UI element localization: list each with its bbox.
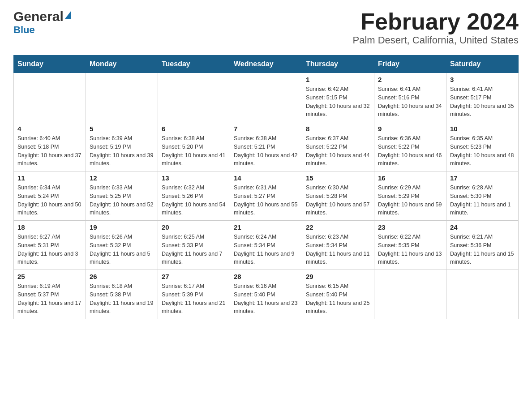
day-number: 29	[306, 273, 370, 280]
logo: General Blue	[13, 9, 71, 36]
calendar-table: SundayMondayTuesdayWednesdayThursdayFrid…	[13, 55, 519, 319]
calendar-cell: 13Sunrise: 6:32 AM Sunset: 5:26 PM Dayli…	[158, 171, 230, 221]
calendar-week-5: 25Sunrise: 6:19 AM Sunset: 5:37 PM Dayli…	[14, 270, 519, 319]
day-number: 20	[162, 223, 226, 231]
calendar-cell: 9Sunrise: 6:36 AM Sunset: 5:22 PM Daylig…	[374, 122, 446, 171]
day-info: Sunrise: 6:16 AM Sunset: 5:40 PM Dayligh…	[234, 282, 298, 316]
day-info: Sunrise: 6:15 AM Sunset: 5:40 PM Dayligh…	[306, 282, 370, 316]
calendar-week-4: 18Sunrise: 6:27 AM Sunset: 5:31 PM Dayli…	[14, 221, 519, 270]
day-number: 10	[450, 125, 515, 133]
calendar-cell: 27Sunrise: 6:17 AM Sunset: 5:39 PM Dayli…	[158, 270, 230, 319]
day-number: 17	[450, 174, 515, 182]
page-header: General Blue February 2024 Palm Desert, …	[13, 9, 519, 46]
calendar-week-3: 11Sunrise: 6:34 AM Sunset: 5:24 PM Dayli…	[14, 171, 519, 221]
day-info: Sunrise: 6:38 AM Sunset: 5:20 PM Dayligh…	[162, 134, 226, 168]
day-info: Sunrise: 6:24 AM Sunset: 5:34 PM Dayligh…	[234, 233, 298, 266]
day-number: 15	[306, 174, 370, 182]
weekday-header-sunday: Sunday	[14, 56, 86, 73]
calendar-cell: 17Sunrise: 6:28 AM Sunset: 5:30 PM Dayli…	[446, 171, 519, 221]
month-title: February 2024	[353, 9, 519, 34]
day-info: Sunrise: 6:40 AM Sunset: 5:18 PM Dayligh…	[17, 134, 82, 168]
day-info: Sunrise: 6:37 AM Sunset: 5:22 PM Dayligh…	[306, 134, 370, 168]
day-info: Sunrise: 6:42 AM Sunset: 5:15 PM Dayligh…	[306, 85, 370, 119]
day-info: Sunrise: 6:34 AM Sunset: 5:24 PM Dayligh…	[17, 184, 82, 217]
calendar-cell: 12Sunrise: 6:33 AM Sunset: 5:25 PM Dayli…	[86, 171, 158, 221]
calendar-cell: 23Sunrise: 6:22 AM Sunset: 5:35 PM Dayli…	[374, 221, 446, 270]
weekday-header-monday: Monday	[86, 56, 158, 73]
day-number: 4	[17, 125, 82, 133]
day-number: 22	[306, 223, 370, 231]
weekday-header-wednesday: Wednesday	[230, 56, 302, 73]
logo-general-text: General	[13, 9, 64, 24]
calendar-week-1: 1Sunrise: 6:42 AM Sunset: 5:15 PM Daylig…	[14, 73, 519, 122]
calendar-cell: 26Sunrise: 6:18 AM Sunset: 5:38 PM Dayli…	[86, 270, 158, 319]
calendar-cell: 29Sunrise: 6:15 AM Sunset: 5:40 PM Dayli…	[302, 270, 374, 319]
day-info: Sunrise: 6:29 AM Sunset: 5:29 PM Dayligh…	[378, 184, 442, 217]
day-info: Sunrise: 6:32 AM Sunset: 5:26 PM Dayligh…	[162, 184, 226, 217]
day-number: 5	[90, 125, 154, 133]
calendar-cell: 7Sunrise: 6:38 AM Sunset: 5:21 PM Daylig…	[230, 122, 302, 171]
weekday-header-row: SundayMondayTuesdayWednesdayThursdayFrid…	[14, 56, 519, 73]
day-info: Sunrise: 6:28 AM Sunset: 5:30 PM Dayligh…	[450, 184, 515, 217]
day-info: Sunrise: 6:21 AM Sunset: 5:36 PM Dayligh…	[450, 233, 515, 266]
calendar-cell: 20Sunrise: 6:25 AM Sunset: 5:33 PM Dayli…	[158, 221, 230, 270]
calendar-cell	[230, 73, 302, 122]
day-number: 6	[162, 125, 226, 133]
calendar-cell: 8Sunrise: 6:37 AM Sunset: 5:22 PM Daylig…	[302, 122, 374, 171]
day-info: Sunrise: 6:33 AM Sunset: 5:25 PM Dayligh…	[90, 184, 154, 217]
day-info: Sunrise: 6:41 AM Sunset: 5:16 PM Dayligh…	[378, 85, 442, 119]
calendar-cell: 1Sunrise: 6:42 AM Sunset: 5:15 PM Daylig…	[302, 73, 374, 122]
calendar-cell: 25Sunrise: 6:19 AM Sunset: 5:37 PM Dayli…	[14, 270, 86, 319]
day-number: 12	[90, 174, 154, 182]
calendar-cell	[14, 73, 86, 122]
day-info: Sunrise: 6:35 AM Sunset: 5:23 PM Dayligh…	[450, 134, 515, 168]
day-number: 3	[450, 76, 515, 83]
day-number: 24	[450, 223, 515, 231]
weekday-header-thursday: Thursday	[302, 56, 374, 73]
calendar-cell: 16Sunrise: 6:29 AM Sunset: 5:29 PM Dayli…	[374, 171, 446, 221]
day-number: 16	[378, 174, 442, 182]
calendar-cell: 18Sunrise: 6:27 AM Sunset: 5:31 PM Dayli…	[14, 221, 86, 270]
day-info: Sunrise: 6:22 AM Sunset: 5:35 PM Dayligh…	[378, 233, 442, 266]
day-info: Sunrise: 6:26 AM Sunset: 5:32 PM Dayligh…	[90, 233, 154, 266]
calendar-cell: 19Sunrise: 6:26 AM Sunset: 5:32 PM Dayli…	[86, 221, 158, 270]
calendar-cell: 10Sunrise: 6:35 AM Sunset: 5:23 PM Dayli…	[446, 122, 519, 171]
day-info: Sunrise: 6:17 AM Sunset: 5:39 PM Dayligh…	[162, 282, 226, 316]
day-number: 23	[378, 223, 442, 231]
day-info: Sunrise: 6:18 AM Sunset: 5:38 PM Dayligh…	[90, 282, 154, 316]
day-number: 14	[234, 174, 298, 182]
calendar-cell: 24Sunrise: 6:21 AM Sunset: 5:36 PM Dayli…	[446, 221, 519, 270]
calendar-cell: 4Sunrise: 6:40 AM Sunset: 5:18 PM Daylig…	[14, 122, 86, 171]
day-info: Sunrise: 6:39 AM Sunset: 5:19 PM Dayligh…	[90, 134, 154, 168]
calendar-week-2: 4Sunrise: 6:40 AM Sunset: 5:18 PM Daylig…	[14, 122, 519, 171]
day-info: Sunrise: 6:27 AM Sunset: 5:31 PM Dayligh…	[17, 233, 82, 266]
calendar-cell: 14Sunrise: 6:31 AM Sunset: 5:27 PM Dayli…	[230, 171, 302, 221]
weekday-header-friday: Friday	[374, 56, 446, 73]
day-number: 9	[378, 125, 442, 133]
calendar-cell	[374, 270, 446, 319]
logo-blue-text: Blue	[13, 24, 71, 36]
calendar-cell: 11Sunrise: 6:34 AM Sunset: 5:24 PM Dayli…	[14, 171, 86, 221]
calendar-cell: 5Sunrise: 6:39 AM Sunset: 5:19 PM Daylig…	[86, 122, 158, 171]
calendar-cell: 22Sunrise: 6:23 AM Sunset: 5:34 PM Dayli…	[302, 221, 374, 270]
calendar-cell	[158, 73, 230, 122]
day-number: 18	[17, 223, 82, 231]
day-number: 27	[162, 273, 226, 280]
calendar-cell: 28Sunrise: 6:16 AM Sunset: 5:40 PM Dayli…	[230, 270, 302, 319]
logo-triangle-icon	[65, 11, 71, 19]
day-number: 28	[234, 273, 298, 280]
day-number: 19	[90, 223, 154, 231]
location-title: Palm Desert, California, United States	[353, 34, 519, 46]
calendar-cell: 2Sunrise: 6:41 AM Sunset: 5:16 PM Daylig…	[374, 73, 446, 122]
calendar-cell: 21Sunrise: 6:24 AM Sunset: 5:34 PM Dayli…	[230, 221, 302, 270]
calendar-cell	[446, 270, 519, 319]
day-info: Sunrise: 6:19 AM Sunset: 5:37 PM Dayligh…	[17, 282, 82, 316]
day-info: Sunrise: 6:36 AM Sunset: 5:22 PM Dayligh…	[378, 134, 442, 168]
day-number: 26	[90, 273, 154, 280]
day-number: 7	[234, 125, 298, 133]
weekday-header-saturday: Saturday	[446, 56, 519, 73]
day-info: Sunrise: 6:31 AM Sunset: 5:27 PM Dayligh…	[234, 184, 298, 217]
day-number: 25	[17, 273, 82, 280]
day-number: 1	[306, 76, 370, 83]
calendar-cell: 3Sunrise: 6:41 AM Sunset: 5:17 PM Daylig…	[446, 73, 519, 122]
